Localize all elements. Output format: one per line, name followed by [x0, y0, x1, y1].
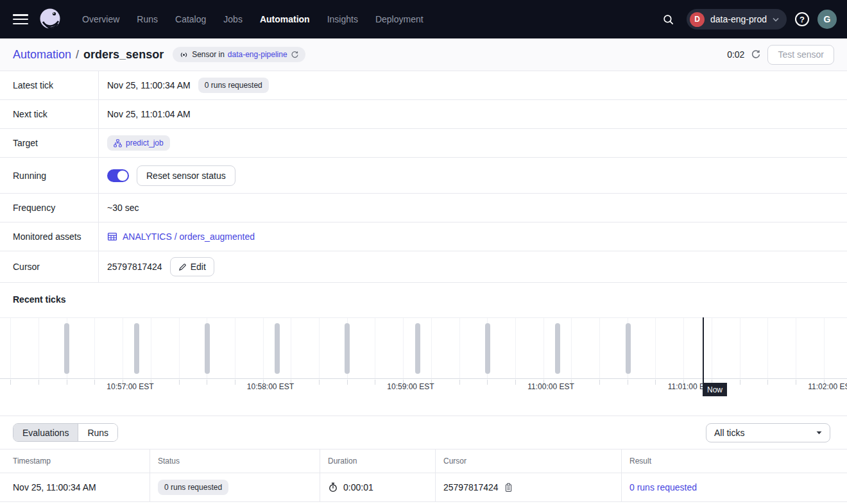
cell-cursor: 25797817424 — [443, 482, 499, 492]
axis-tick-mark — [487, 380, 488, 385]
tick-filter-select[interactable]: All ticks — [706, 423, 830, 442]
recent-ticks-chart: 10:57:00 EST10:58:00 EST10:59:00 EST11:0… — [0, 317, 847, 396]
now-marker-line — [703, 317, 704, 385]
latest-tick-row: Latest tick Nov 25, 11:00:34 AM 0 runs r… — [0, 71, 847, 100]
axis-tick-mark — [459, 380, 460, 385]
axis-tick-mark — [94, 380, 95, 385]
tick-bar[interactable] — [626, 323, 631, 374]
chart-gridline — [740, 318, 740, 378]
cell-result-link[interactable]: 0 runs requested — [629, 482, 697, 492]
user-avatar[interactable]: G — [817, 10, 837, 29]
chart-gridline — [94, 318, 95, 378]
nav-item-runs[interactable]: Runs — [137, 14, 158, 24]
tick-filter-value: All ticks — [714, 428, 744, 438]
breadcrumb-automation-link[interactable]: Automation — [13, 48, 71, 62]
axis-time-label: 10:57:00 EST — [107, 382, 153, 391]
workspace-name: data-eng-prod — [710, 14, 767, 24]
axis-tick-mark — [38, 380, 39, 385]
chart-gridline — [824, 318, 825, 378]
search-icon — [662, 13, 674, 26]
nav-item-automation[interactable]: Automation — [260, 14, 310, 24]
repo-link[interactable]: data-eng-pipeline — [228, 50, 287, 59]
dagster-logo-icon[interactable] — [37, 6, 63, 32]
tick-bar[interactable] — [275, 323, 280, 374]
chart-gridline — [571, 318, 572, 378]
chart-gridline — [543, 318, 544, 378]
cursor-label: Cursor — [0, 251, 99, 282]
tab-runs[interactable]: Runs — [78, 424, 117, 441]
reload-repo-icon[interactable] — [291, 51, 299, 59]
pencil-icon — [178, 263, 187, 271]
axis-tick-mark — [796, 380, 796, 385]
reset-sensor-status-button[interactable]: Reset sensor status — [137, 165, 235, 186]
target-row: Target predict_job — [0, 129, 847, 158]
table-row: Nov 25, 11:00:34 AM 0 runs requested 0:0… — [0, 473, 847, 502]
recent-ticks-plot — [0, 317, 847, 379]
nav-item-jobs[interactable]: Jobs — [223, 14, 243, 24]
axis-time-label: 11:02:00 EST — [808, 382, 847, 391]
nav-item-insights[interactable]: Insights — [327, 14, 358, 24]
axis-tick-mark — [67, 380, 67, 385]
app-window: Overview Runs Catalog Jobs Automation In… — [0, 0, 847, 504]
page-header: Automation / orders_sensor Sensor in dat… — [0, 38, 847, 71]
page-title: orders_sensor — [83, 48, 164, 62]
chart-gridline — [123, 318, 123, 378]
chart-gridline — [796, 318, 796, 378]
column-header-timestamp: Timestamp — [0, 449, 150, 473]
latest-tick-label: Latest tick — [0, 71, 99, 99]
axis-tick-mark — [347, 380, 348, 385]
monitored-asset-link[interactable]: ANALYTICS / orders_augmented — [107, 231, 255, 242]
chart-gridline — [10, 318, 11, 378]
cursor-value: 25797817424 — [107, 262, 162, 272]
now-marker-label: Now — [703, 383, 727, 396]
nav-right-group: D data-eng-prod ? G — [658, 9, 837, 29]
target-job-pill[interactable]: predict_job — [107, 135, 170, 151]
tick-bar[interactable] — [345, 323, 350, 374]
nav-item-deployment[interactable]: Deployment — [375, 14, 424, 24]
hamburger-menu-icon[interactable] — [13, 14, 28, 24]
tab-evaluations[interactable]: Evaluations — [13, 424, 78, 441]
axis-tick-mark — [235, 380, 235, 385]
axis-time-label: 11:00:00 EST — [527, 382, 574, 391]
table-header-row: Timestamp Status Duration Cursor Result — [0, 449, 847, 473]
chart-gridline — [151, 318, 151, 378]
frequency-label: Frequency — [0, 194, 99, 222]
caret-down-icon — [816, 431, 822, 435]
copy-cursor-icon[interactable] — [504, 483, 513, 492]
running-row: Running Reset sensor status — [0, 158, 847, 194]
chart-gridline — [515, 318, 516, 378]
refresh-countdown: 0:02 — [727, 49, 744, 60]
help-icon[interactable]: ? — [795, 12, 809, 26]
tick-bar[interactable] — [415, 323, 420, 374]
axis-time-label: 10:59:00 EST — [387, 382, 434, 391]
nav-menu: Overview Runs Catalog Jobs Automation In… — [82, 14, 424, 24]
workspace-switcher[interactable]: D data-eng-prod — [687, 9, 787, 29]
nav-item-catalog[interactable]: Catalog — [175, 14, 206, 24]
asset-table-icon — [107, 231, 117, 242]
chart-gridline — [38, 318, 39, 378]
chart-gridline — [655, 318, 656, 378]
nav-item-overview[interactable]: Overview — [82, 14, 119, 24]
tick-bar[interactable] — [134, 323, 139, 374]
running-toggle[interactable] — [107, 169, 129, 182]
tick-bar[interactable] — [205, 323, 210, 374]
next-tick-value: Nov 25, 11:01:04 AM — [107, 109, 191, 119]
search-button[interactable] — [658, 9, 678, 29]
axis-tick-mark — [375, 380, 375, 385]
view-segmented-control: Evaluations Runs — [13, 423, 118, 442]
top-nav: Overview Runs Catalog Jobs Automation In… — [0, 0, 847, 38]
tick-bar[interactable] — [64, 323, 69, 374]
axis-tick-mark — [599, 380, 600, 385]
test-sensor-button[interactable]: Test sensor — [767, 45, 834, 65]
tick-bar[interactable] — [555, 323, 560, 374]
refresh-icon[interactable] — [751, 49, 761, 60]
latest-tick-status-badge: 0 runs requested — [198, 78, 269, 93]
axis-tick-mark — [628, 380, 628, 385]
workspace-badge: D — [690, 12, 705, 27]
cell-duration: 0:00:01 — [343, 482, 373, 492]
tick-bar[interactable] — [485, 323, 490, 374]
edit-cursor-label: Edit — [191, 262, 206, 272]
edit-cursor-button[interactable]: Edit — [170, 257, 214, 276]
axis-tick-mark — [207, 380, 207, 385]
chart-gridline — [319, 318, 320, 378]
